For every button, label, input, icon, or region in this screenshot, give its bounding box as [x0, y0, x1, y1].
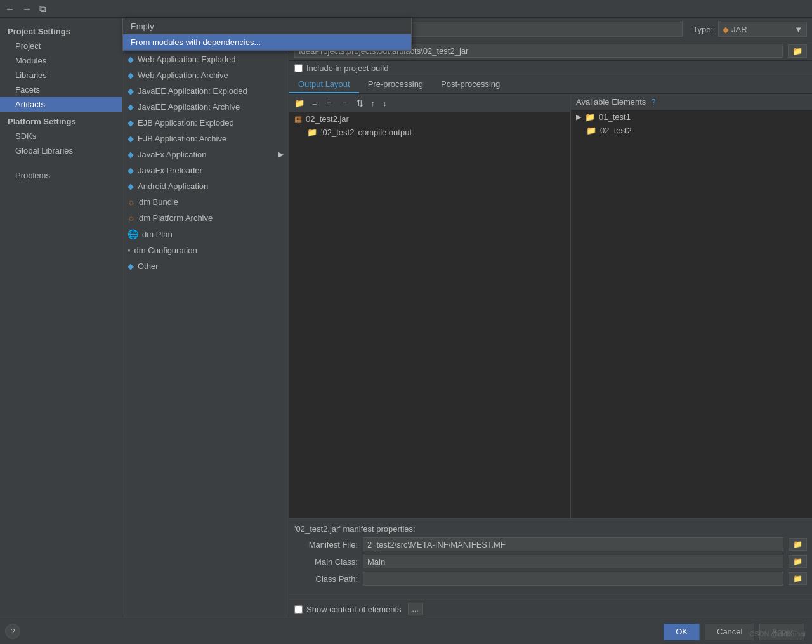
artifact-up-btn[interactable]: ↑ — [369, 97, 378, 109]
include-checkbox-row: Include in project build — [289, 61, 812, 76]
class-path-input[interactable] — [363, 572, 783, 586]
other-label: Other — [138, 261, 159, 271]
project-settings-title: Project Settings — [0, 23, 122, 39]
scroll-area — [289, 594, 812, 599]
test1-folder-icon: 📁 — [585, 112, 595, 122]
dm-config-icon: ▪ — [128, 246, 131, 255]
manifest-section: '02_test2.jar' manifest properties: Mani… — [289, 518, 812, 594]
javafx-preloader-icon: ◆ — [128, 166, 134, 175]
forward-button[interactable]: → — [20, 3, 34, 15]
artifact-minus-btn[interactable]: － — [338, 96, 351, 110]
javaee-archive-label: JavaEE Application: Archive — [138, 102, 240, 112]
artifact-sort-btn[interactable]: ⇅ — [354, 97, 366, 109]
ok-button[interactable]: OK — [664, 624, 700, 640]
jar-type-icon: ◆ — [723, 25, 729, 34]
artifact-area: 📁 ≡ ＋ － ⇅ ↑ ↓ ▦ 02_test2.jar 📁 '02_test2… — [289, 94, 812, 518]
platform-settings-title: Platform Settings — [0, 112, 122, 129]
available-header: Available Elements ? — [571, 94, 812, 110]
tab-postprocessing[interactable]: Post-processing — [432, 76, 509, 93]
add-menu-android[interactable]: ◆ Android Application — [122, 178, 289, 194]
jar-submenu: Empty From modules with dependencies... — [122, 18, 412, 51]
sidebar-item-artifacts[interactable]: Artifacts — [0, 97, 122, 112]
add-menu-dm-plan[interactable]: 🌐 dm Plan — [122, 226, 289, 242]
sidebar-item-project[interactable]: Project — [0, 39, 122, 53]
add-menu-javaee-exploded[interactable]: ◆ JavaEE Application: Exploded — [122, 83, 289, 99]
dm-plan-label: dm Plan — [142, 230, 173, 239]
add-menu-other[interactable]: ◆ Other — [122, 258, 289, 274]
main-class-input[interactable] — [363, 555, 783, 568]
add-menu-ejb-archive[interactable]: ◆ EJB Application: Archive — [122, 131, 289, 147]
available-row-test2[interactable]: 📁 02_test2 — [571, 124, 812, 137]
tab-output-layout[interactable]: Output Layout — [289, 76, 359, 93]
ejb-archive-label: EJB Application: Archive — [138, 134, 226, 143]
compile-output-icon: 📁 — [307, 128, 317, 137]
artifact-jar-label: 02_test2.jar — [306, 114, 349, 124]
manifest-title: '02_test2.jar' manifest properties: — [294, 524, 807, 534]
class-path-label: Class Path: — [294, 574, 358, 584]
sidebar-item-facets[interactable]: Facets — [0, 82, 122, 97]
web-archive-icon: ◆ — [128, 70, 134, 80]
show-content-btn[interactable]: ... — [408, 603, 423, 615]
artifact-plus-btn[interactable]: ＋ — [322, 96, 336, 110]
watermark: CSDN @axlhaihai — [749, 630, 806, 638]
add-menu-javafx-preloader[interactable]: ◆ JavaFx Preloader — [122, 162, 289, 178]
add-menu-dm-platform[interactable]: ☼ dm Platform Archive — [122, 210, 289, 226]
manifest-file-label: Manifest File: — [294, 540, 358, 549]
test1-label: 01_test1 — [599, 112, 631, 122]
ejb-exploded-label: EJB Application: Exploded — [138, 118, 234, 128]
test2-label: 02_test2 — [600, 126, 632, 135]
ejb-exploded-icon: ◆ — [128, 118, 134, 128]
main-layout: Project Settings Project Modules Librari… — [0, 18, 812, 619]
include-checkbox[interactable] — [294, 64, 303, 72]
artifact-add-btn[interactable]: 📁 — [292, 97, 307, 109]
artifact-list: 📁 ≡ ＋ － ⇅ ↑ ↓ ▦ 02_test2.jar 📁 '02_test2… — [289, 94, 571, 518]
web-archive-label: Web Application: Archive — [138, 70, 228, 80]
add-menu-javafx[interactable]: ◆ JavaFx Application ▶ — [122, 147, 289, 162]
artifact-row-jar[interactable]: ▦ 02_test2.jar — [289, 112, 570, 126]
manifest-file-input[interactable] — [363, 537, 783, 551]
copy-button[interactable]: ⧉ — [37, 3, 49, 15]
web-exploded-icon: ◆ — [128, 55, 134, 64]
web-exploded-label: Web Application: Exploded — [138, 55, 235, 64]
back-button[interactable]: ← — [3, 3, 17, 15]
sidebar-item-global-libraries[interactable]: Global Libraries — [0, 143, 122, 158]
add-menu-dm-config[interactable]: ▪ dm Configuration — [122, 242, 289, 258]
show-content-checkbox[interactable] — [294, 605, 303, 614]
output-browse-button[interactable]: 📁 — [788, 44, 807, 58]
cancel-button[interactable]: Cancel — [705, 624, 754, 640]
sidebar-item-modules[interactable]: Modules — [0, 53, 122, 68]
submenu-from-modules[interactable]: From modules with dependencies... — [123, 34, 411, 50]
type-value: JAR — [731, 25, 747, 34]
add-menu-web-archive[interactable]: ◆ Web Application: Archive — [122, 67, 289, 83]
add-menu-dm-bundle[interactable]: ☼ dm Bundle — [122, 194, 289, 210]
tab-preprocessing[interactable]: Pre-processing — [359, 76, 432, 93]
javaee-exploded-icon: ◆ — [128, 86, 134, 96]
dm-platform-label: dm Platform Archive — [139, 213, 213, 223]
javaee-exploded-label: JavaEE Application: Exploded — [138, 86, 247, 96]
help-button[interactable]: ? — [5, 624, 20, 639]
artifact-toolbar: 📁 ≡ ＋ － ⇅ ↑ ↓ — [289, 94, 570, 112]
available-elements: Available Elements ? ▶ 📁 01_test1 📁 02_t… — [571, 94, 812, 518]
sidebar-item-libraries[interactable]: Libraries — [0, 68, 122, 82]
manifest-file-browse[interactable]: 📁 — [789, 538, 807, 551]
artifact-down-btn[interactable]: ↓ — [380, 97, 390, 109]
class-path-browse[interactable]: 📁 — [789, 572, 807, 585]
sidebar-item-sdks[interactable]: SDKs — [0, 129, 122, 143]
show-content-row: Show content of elements ... — [289, 599, 812, 619]
add-menu-web-exploded[interactable]: ◆ Web Application: Exploded — [122, 51, 289, 67]
available-row-test1[interactable]: ▶ 📁 01_test1 — [571, 110, 812, 124]
add-menu-javaee-archive[interactable]: ◆ JavaEE Application: Archive — [122, 99, 289, 115]
dm-bundle-icon: ☼ — [128, 197, 135, 207]
artifact-stack-btn[interactable]: ≡ — [310, 97, 320, 109]
show-content-label: Show content of elements — [306, 605, 402, 614]
add-menu-ejb-exploded[interactable]: ◆ EJB Application: Exploded — [122, 115, 289, 131]
available-help-icon[interactable]: ? — [651, 97, 655, 107]
main-class-browse[interactable]: 📁 — [789, 555, 807, 568]
artifact-row-compile-output[interactable]: 📁 '02_test2' compile output — [289, 126, 570, 139]
test2-folder-icon: 📁 — [586, 126, 596, 135]
javafx-icon: ◆ — [128, 150, 134, 159]
type-select[interactable]: ◆ JAR ▼ — [718, 22, 807, 37]
submenu-empty[interactable]: Empty — [123, 18, 411, 34]
sidebar-item-problems[interactable]: Problems — [0, 168, 122, 183]
add-panel: Add ◆ JAR ▶ ◆ Web Application: Exploded … — [122, 18, 289, 619]
